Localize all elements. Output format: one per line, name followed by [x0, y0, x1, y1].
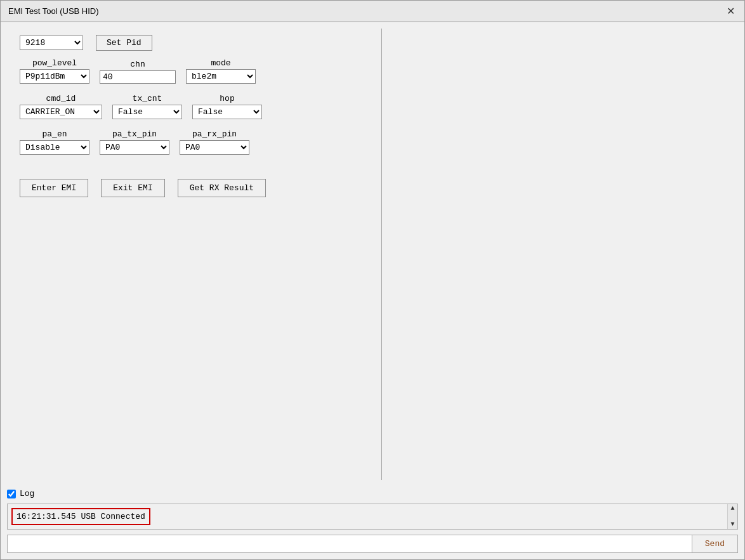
pid-select[interactable]: 9218: [20, 36, 83, 50]
pa-tx-pin-label: pa_tx_pin: [100, 129, 169, 139]
main-layout: 9218 Set Pid pow_level P9p11dBm: [1, 22, 744, 559]
scroll-up-icon[interactable]: ▲: [730, 505, 734, 512]
chn-label: chn: [100, 60, 176, 69]
pa-en-label: pa_en: [20, 129, 89, 139]
log-checkbox[interactable]: [7, 490, 16, 498]
scroll-down-icon[interactable]: ▼: [730, 521, 734, 528]
right-panel: [381, 29, 738, 480]
hop-group: hop False True: [192, 94, 262, 119]
top-section: 9218 Set Pid pow_level P9p11dBm: [1, 22, 744, 486]
title-bar: EMI Test Tool (USB HID) ✕: [1, 1, 744, 22]
send-button[interactable]: Send: [692, 535, 737, 552]
mode-select[interactable]: ble2m: [186, 69, 256, 84]
cmd-id-select[interactable]: CARRIER_ON: [20, 105, 102, 119]
cmd-id-label: cmd_id: [20, 94, 102, 103]
tx-cnt-group: tx_cnt False True: [112, 94, 182, 119]
log-header: Log: [7, 486, 738, 501]
enter-emi-button[interactable]: Enter EMI: [20, 179, 88, 197]
pow-level-select[interactable]: P9p11dBm: [20, 69, 89, 84]
controls-section: 9218 Set Pid pow_level P9p11dBm: [20, 35, 362, 160]
cmd-id-group: cmd_id CARRIER_ON: [20, 94, 102, 119]
log-scrollbar[interactable]: ▲ ▼: [727, 504, 737, 529]
window-title: EMI Test Tool (USB HID): [8, 6, 99, 16]
pa-rx-pin-group: pa_rx_pin PA0: [180, 129, 249, 155]
pid-wrapper: 9218: [20, 36, 83, 50]
send-row: Send: [7, 535, 738, 553]
bottom-section: Log 16:21:31.545 USB Connected ▲ ▼ Send: [1, 486, 744, 559]
close-button[interactable]: ✕: [724, 5, 737, 18]
pa-rx-pin-label: pa_rx_pin: [180, 129, 249, 139]
tx-cnt-label: tx_cnt: [112, 94, 182, 103]
pow-level-label: pow_level: [20, 58, 89, 68]
hop-label: hop: [192, 94, 262, 103]
pa-tx-pin-group: pa_tx_pin PA0: [100, 129, 169, 155]
hop-select[interactable]: False True: [192, 105, 262, 119]
tx-cnt-select[interactable]: False True: [112, 105, 182, 119]
action-buttons: Enter EMI Exit EMI Get RX Result: [20, 179, 362, 197]
log-label: Log: [20, 489, 34, 498]
chn-input[interactable]: [100, 70, 176, 84]
pa-en-select[interactable]: Disable Enable: [20, 140, 89, 155]
log-entry-0: 16:21:31.545 USB Connected: [11, 508, 150, 525]
left-panel: 9218 Set Pid pow_level P9p11dBm: [1, 22, 381, 486]
pa-rx-pin-select[interactable]: PA0: [180, 140, 249, 155]
row-pow-chn-mode: pow_level P9p11dBm chn mode: [20, 58, 362, 84]
pa-en-group: pa_en Disable Enable: [20, 129, 89, 155]
pow-level-group: pow_level P9p11dBm: [20, 58, 89, 84]
mode-group: mode ble2m: [186, 58, 256, 84]
exit-emi-button[interactable]: Exit EMI: [101, 179, 164, 197]
row-pa: pa_en Disable Enable pa_tx_pin PA0: [20, 129, 362, 155]
send-input[interactable]: [8, 535, 692, 552]
mode-label: mode: [186, 58, 256, 68]
main-window: EMI Test Tool (USB HID) ✕ 9218 Set Pid: [0, 0, 745, 560]
log-area[interactable]: 16:21:31.545 USB Connected ▲ ▼: [7, 504, 738, 530]
row-cmd-tx-hop: cmd_id CARRIER_ON tx_cnt False True: [20, 94, 362, 119]
get-rx-result-button[interactable]: Get RX Result: [178, 179, 266, 197]
row-pid: 9218 Set Pid: [20, 35, 362, 51]
pa-tx-pin-select[interactable]: PA0: [100, 140, 169, 155]
set-pid-button[interactable]: Set Pid: [96, 35, 152, 51]
chn-group: chn: [100, 60, 176, 84]
